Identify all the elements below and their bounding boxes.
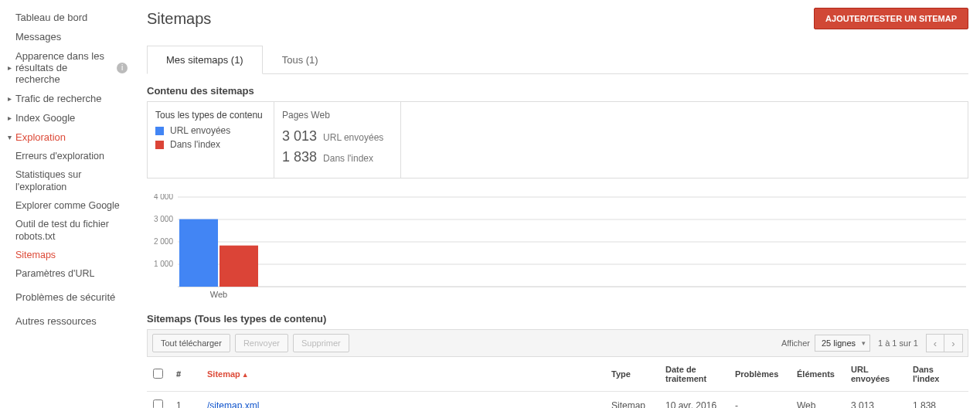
download-all-button[interactable]: Tout télécharger xyxy=(152,334,230,352)
prev-page-button[interactable]: ‹ xyxy=(926,334,944,352)
bar-chart: 1 0002 0003 0004 000Web xyxy=(147,194,966,302)
stats-title: Pages Web xyxy=(282,110,393,121)
sidebar-sub-crawl-stats[interactable]: Statistiques sur l'exploration xyxy=(0,165,135,196)
swatch-red-icon xyxy=(155,141,164,149)
row-checkbox[interactable] xyxy=(153,400,163,408)
stat-sent-label: URL envoyées xyxy=(323,132,383,143)
show-label: Afficher xyxy=(781,338,810,348)
sidebar-item-label: Tableau de bord xyxy=(15,12,128,23)
resend-button[interactable]: Renvoyer xyxy=(235,334,288,352)
stat-index-value: 1 838 xyxy=(282,149,317,165)
sidebar-item-label: Index Google xyxy=(15,112,128,124)
stat-sent-value: 3 013 xyxy=(282,128,317,144)
legend-item-indexed: Dans l'index xyxy=(155,139,266,150)
caret-down-icon: ▾ xyxy=(8,133,15,141)
sidebar-item-dashboard[interactable]: Tableau de bord xyxy=(0,8,135,27)
sidebar-sub-crawl-errors[interactable]: Erreurs d'exploration xyxy=(0,147,135,165)
svg-text:4 000: 4 000 xyxy=(154,194,173,201)
col-index[interactable]: Dans l'index xyxy=(907,357,968,392)
svg-text:1 000: 1 000 xyxy=(154,260,173,268)
sidebar-item-messages[interactable]: Messages xyxy=(0,27,135,46)
sidebar-item-search-traffic[interactable]: ▸ Trafic de recherche xyxy=(0,89,135,108)
stat-index-label: Dans l'index xyxy=(323,153,373,164)
sidebar-item-other-resources[interactable]: Autres ressources xyxy=(0,311,135,331)
svg-rect-10 xyxy=(219,246,258,287)
sidebar-sub-url-params[interactable]: Paramètres d'URL xyxy=(0,264,135,283)
col-date[interactable]: Date de traitement xyxy=(659,357,729,392)
sidebar: Tableau de bord Messages ▸ Apparence dan… xyxy=(0,0,135,408)
sidebar-sub-robots-tester[interactable]: Outil de test du fichier robots.txt xyxy=(0,215,135,246)
tab-all[interactable]: Tous (1) xyxy=(263,46,338,74)
cell-sent: 3 013 xyxy=(845,392,907,409)
sidebar-item-appearance[interactable]: ▸ Apparence dans les résultats de recher… xyxy=(0,46,135,89)
legend-box: Tous les types de contenu URL envoyées D… xyxy=(148,102,274,178)
sidebar-item-label: Exploration xyxy=(15,131,128,143)
info-icon: i xyxy=(117,63,128,73)
cell-date: 10 avr. 2016 xyxy=(659,392,729,409)
legend-label: URL envoyées xyxy=(170,125,230,136)
chart: 1 0002 0003 0004 000Web xyxy=(147,194,968,302)
next-page-button[interactable]: › xyxy=(944,334,963,352)
sidebar-sub-fetch-as-google[interactable]: Explorer comme Google xyxy=(0,196,135,215)
col-num[interactable]: # xyxy=(170,357,201,392)
tabs: Mes sitemaps (1) Tous (1) xyxy=(147,45,968,74)
svg-text:3 000: 3 000 xyxy=(154,215,173,223)
page-size-select[interactable]: 25 lignes xyxy=(815,335,870,352)
legend-item-sent: URL envoyées xyxy=(155,125,266,136)
caret-right-icon: ▸ xyxy=(8,63,15,72)
svg-rect-9 xyxy=(179,219,218,287)
select-all-checkbox[interactable] xyxy=(153,369,163,379)
caret-right-icon: ▸ xyxy=(8,94,15,103)
swatch-blue-icon xyxy=(155,127,164,135)
svg-text:Web: Web xyxy=(210,290,227,299)
sidebar-sub-sitemaps[interactable]: Sitemaps xyxy=(0,246,135,264)
add-test-sitemap-button[interactable]: AJOUTER/TESTER UN SITEMAP xyxy=(814,8,968,29)
sidebar-item-security[interactable]: Problèmes de sécurité xyxy=(0,287,135,307)
col-problems[interactable]: Problèmes xyxy=(729,357,791,392)
cell-elements: Web xyxy=(791,392,845,409)
col-sitemap[interactable]: Sitemap▲ xyxy=(201,357,605,392)
tab-my-sitemaps[interactable]: Mes sitemaps (1) xyxy=(147,46,263,74)
sort-up-icon: ▲ xyxy=(242,371,249,379)
cell-type: Sitemap xyxy=(605,392,659,409)
col-elements[interactable]: Éléments xyxy=(791,357,845,392)
legend-label: Dans l'index xyxy=(170,139,220,150)
table-row[interactable]: 1 /sitemap.xml Sitemap 10 avr. 2016 - We… xyxy=(147,392,968,409)
col-type[interactable]: Type xyxy=(605,357,659,392)
legend-title: Tous les types de contenu xyxy=(155,110,266,121)
cell-index: 1 838 xyxy=(907,392,968,409)
cell-problems: - xyxy=(729,392,791,409)
caret-right-icon: ▸ xyxy=(8,114,15,122)
sidebar-item-label: Autres ressources xyxy=(15,315,128,327)
main-content: Sitemaps AJOUTER/TESTER UN SITEMAP Mes s… xyxy=(135,0,980,408)
svg-text:2 000: 2 000 xyxy=(154,237,173,246)
cell-sitemap-link[interactable]: /sitemap.xml xyxy=(201,392,605,409)
sidebar-item-label: Messages xyxy=(15,31,128,42)
stats-box: Pages Web 3 013 URL envoyées 1 838 Dans … xyxy=(274,102,401,178)
sidebar-item-label: Apparence dans les résultats de recherch… xyxy=(15,50,112,85)
sidebar-item-google-index[interactable]: ▸ Index Google xyxy=(0,108,135,128)
action-bar: Tout télécharger Renvoyer Supprimer Affi… xyxy=(147,329,968,357)
sidebar-item-label: Trafic de recherche xyxy=(15,93,128,104)
summary-row: Tous les types de contenu URL envoyées D… xyxy=(147,101,968,178)
section-title-content: Contenu des sitemaps xyxy=(147,85,968,97)
sidebar-item-exploration[interactable]: ▾ Exploration xyxy=(0,128,135,147)
sidebar-item-label: Problèmes de sécurité xyxy=(15,291,128,303)
sitemaps-table: # Sitemap▲ Type Date de traitement Probl… xyxy=(147,357,968,408)
col-sent[interactable]: URL envoyées xyxy=(845,357,907,392)
delete-button[interactable]: Supprimer xyxy=(293,334,349,352)
section-title-list: Sitemaps (Tous les types de contenu) xyxy=(147,313,968,325)
cell-num: 1 xyxy=(170,392,201,409)
page-title: Sitemaps xyxy=(147,10,211,28)
range-label: 1 à 1 sur 1 xyxy=(878,338,918,348)
